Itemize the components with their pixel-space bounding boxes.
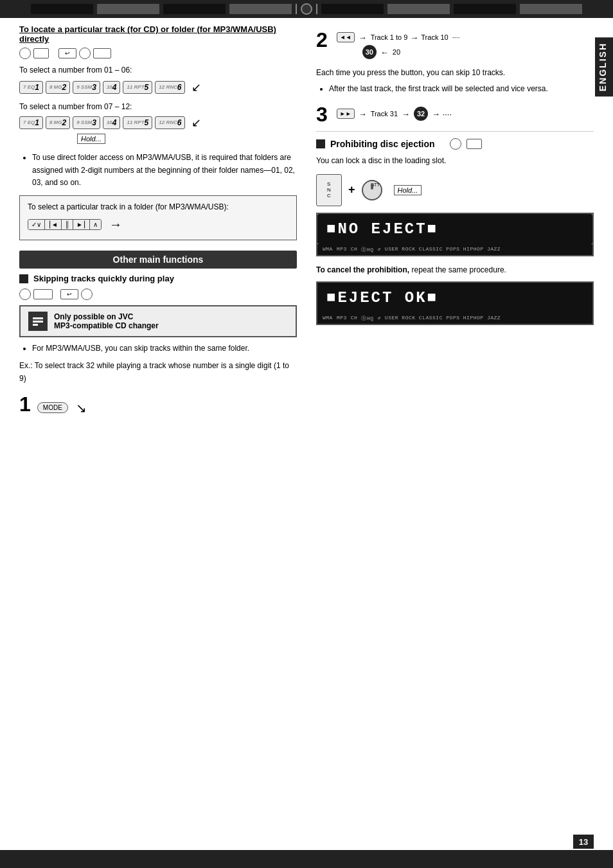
top-bar (0, 0, 613, 18)
jvc-line2: MP3-compatible CD changer (54, 321, 159, 330)
folder-note-list: To use direct folder access on MP3/WMA/U… (19, 152, 297, 189)
left-column: To locate a particular track (for CD) or… (19, 24, 297, 423)
step2-bullet-1: After the last track, the first track wi… (329, 83, 594, 95)
track-arrow-2: → (410, 33, 418, 42)
black-square-icon (19, 274, 28, 283)
nav-btns-group: ✓∨ ⎮◄ ║ ►⎮ ∧ (28, 219, 102, 230)
eq-labels: USER ROCK CLASSIC POPS HIPHOP JAZZ (385, 246, 501, 253)
jvc-info-box: Only possible on JVC MP3-compatible CD c… (19, 305, 297, 337)
knob-icon: ATT (362, 180, 382, 200)
btn-2b: 8 MG 2 (46, 116, 70, 129)
track-to-label: Track 10 (421, 33, 448, 41)
arrow-down-icon2: ↙ (191, 116, 201, 130)
numpad-row-2: 7 EQ 1 8 MG 2 9 SSM 3 10 4 11 RPT 5 (19, 116, 297, 130)
eject-ok-display: ■EJECT OK■ WMA MP3 CH ⓢHQ ↺ USER ROCK CL… (316, 281, 594, 325)
page-number-area: 13 (573, 835, 594, 849)
track3-arrow2: → (402, 109, 410, 119)
eq-labels2: USER ROCK CLASSIC POPS HIPHOP JAZZ (385, 315, 501, 322)
other-functions-header: Other main functions (19, 251, 297, 269)
step-1-number: 1 (19, 394, 31, 414)
rect-icon2 (93, 48, 111, 58)
wma-label: WMA (323, 246, 333, 253)
circle-icon2 (79, 48, 91, 59)
svg-rect-2 (33, 324, 38, 326)
jvc-info-text: Only possible on JVC MP3-compatible CD c… (54, 312, 159, 330)
prohibit-rect-icon (466, 139, 482, 149)
track-back-label: 20 (393, 48, 400, 56)
btn-6: 12 RNC 6 (155, 81, 185, 94)
jvc-line1: Only possible on JVC (54, 312, 159, 321)
nav-btns-row: ✓∨ ⎮◄ ║ ►⎮ ∧ → (28, 217, 289, 232)
plus-icon: + (348, 183, 355, 197)
cycle-label2: ↺ (378, 315, 381, 322)
nav-prev-btn: ⎮◄ (45, 220, 62, 229)
svg-rect-1 (33, 321, 43, 323)
track3-arrow1: → (359, 109, 367, 119)
btn-5b: 11 RPT 5 (123, 116, 152, 129)
track-diagram-2: ◄◄ → Track 1 to 9 → Track 10 ···· (337, 32, 460, 42)
select-07-12-label: To select a number from 07 – 12: (19, 101, 297, 113)
nav-up-btn: ∧ (90, 220, 101, 229)
step2-circle-num: 30 (362, 45, 377, 59)
main-content: To locate a particular track (for CD) or… (0, 18, 613, 449)
mode-button: MODE (37, 402, 68, 413)
step-3-content: ►► → Track 31 → 32 → ···· (337, 104, 452, 123)
shq-label: ⓢHQ (361, 246, 373, 253)
track-arrow-1: → (359, 33, 367, 42)
btn-4: 10 4 (103, 81, 121, 94)
cancel-para: To cancel the prohibition, repeat the sa… (316, 264, 594, 276)
track-back-line: 30 ← 20 (337, 45, 460, 59)
step-2-number: 2 (316, 30, 328, 50)
mp3-label2: MP3 (337, 315, 347, 322)
ch-label: CH (351, 246, 358, 253)
cycle-label: ↺ (378, 246, 381, 253)
no-eject-display: ■NO EJECT■ WMA MP3 CH ⓢHQ ↺ USER ROCK CL… (316, 213, 594, 256)
skip-circle-icon (19, 288, 31, 300)
prohibit-circle-icon (450, 138, 461, 150)
section-divider (316, 131, 594, 132)
device-right: ATT (362, 180, 382, 200)
black-square-icon-2 (316, 139, 325, 148)
device-left-box: SNC (316, 174, 342, 206)
step-2-row: 2 ◄◄ → Track 1 to 9 → Track 10 ···· 30 (316, 30, 594, 62)
nav-separator: ║ (62, 220, 73, 229)
svg-rect-0 (33, 317, 43, 319)
btn-3: 9 SSM 3 (73, 81, 100, 94)
skip-example: Ex.: To select track 32 while playing a … (19, 360, 297, 384)
hold-label-2: Hold... (394, 184, 422, 197)
device-left: SNC (316, 174, 342, 206)
btn-4b: 10 4 (103, 116, 121, 129)
bottom-bar (0, 850, 613, 868)
track-line-dots: ···· (452, 33, 460, 41)
cancel-body: repeat the same procedure. (411, 265, 506, 274)
skip-icons-row: ↩ (19, 288, 297, 300)
no-eject-subtext: WMA MP3 CH ⓢHQ ↺ USER ROCK CLASSIC POPS … (317, 244, 592, 255)
ch-label2: CH (351, 315, 358, 322)
hold-label-1: Hold... (77, 132, 297, 145)
nav-arrow-right: → (109, 217, 122, 232)
jvc-box-icon (28, 312, 48, 331)
track-from-label: Track 1 to 9 (371, 33, 408, 41)
track-back-arrow: ← (380, 48, 389, 57)
rect-icon (33, 48, 49, 58)
knob-row: SNC + ATT Hold... (316, 174, 594, 206)
wma-label2: WMA (323, 315, 333, 322)
knob-label: ATT (371, 182, 380, 187)
step-2-content: ◄◄ → Track 1 to 9 → Track 10 ···· 30 ← 2… (337, 30, 460, 62)
select-01-06-label: To select a number from 01 – 06: (19, 64, 297, 76)
eject-ok-subtext: WMA MP3 CH ⓢHQ ↺ USER ROCK CLASSIC POPS … (317, 313, 592, 324)
step3-circle-num: 32 (414, 107, 428, 121)
shq-label2: ⓢHQ (361, 315, 373, 322)
skip-circle-icon2 (81, 288, 93, 300)
nav-check-btn: ✓∨ (28, 220, 45, 229)
step-1-row: 1 MODE ↘ (19, 394, 297, 418)
mode-btn-row: MODE ↘ (37, 400, 87, 416)
prohibit-title: Prohibiting disc ejection (330, 139, 435, 149)
step-3-number: 3 (316, 104, 328, 125)
page-number-badge: 13 (573, 835, 594, 849)
track3-dotted: → ···· (432, 109, 452, 119)
btn-1b: 7 EQ 1 (19, 116, 43, 129)
step1-arrow: ↘ (76, 400, 87, 416)
skip-bullet-list: For MP3/WMA/USB, you can skip tracks wit… (19, 342, 297, 355)
direct-btn-row: ↩ (19, 48, 297, 59)
